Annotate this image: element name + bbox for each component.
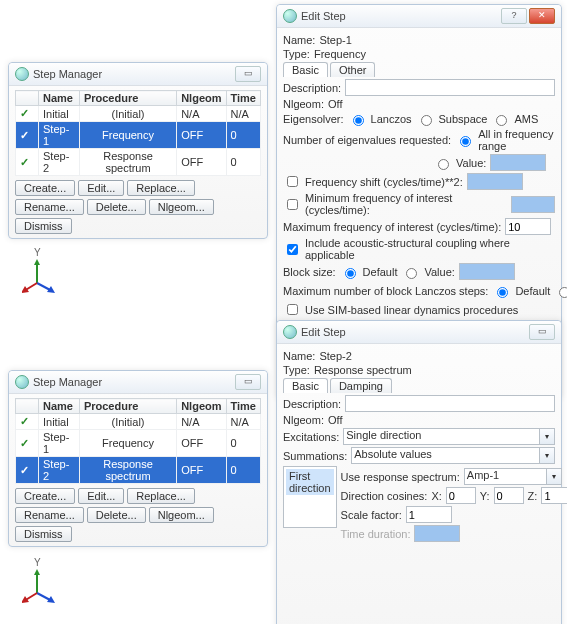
table-row: ✓Initial(Initial)N/AN/A: [16, 414, 261, 430]
titlebar: Step Manager ▭: [9, 63, 267, 86]
excitations-combo[interactable]: Single direction▾: [343, 428, 555, 445]
time-duration-input: [414, 525, 460, 542]
col-nlgeom: Nlgeom: [177, 399, 226, 414]
dir-z-input[interactable]: [541, 487, 567, 504]
step-type: Frequency: [314, 48, 366, 60]
sim-check[interactable]: [287, 304, 298, 315]
create-button[interactable]: Create...: [15, 488, 75, 504]
collapse-button[interactable]: ▭: [235, 374, 261, 390]
table-row: ✓Step-2Response spectrumOFF0: [16, 149, 261, 176]
titlebar: Step Manager ▭: [9, 371, 267, 394]
rename-button[interactable]: Rename...: [15, 507, 84, 523]
eig-lanczos[interactable]: [353, 115, 364, 126]
titlebar: Edit Step ? ✕: [277, 5, 561, 28]
table-row: ✓Step-1FrequencyOFF0: [16, 430, 261, 457]
description-input[interactable]: [345, 79, 555, 96]
maxfreq-input[interactable]: [505, 218, 551, 235]
minfreq-check[interactable]: [287, 199, 298, 210]
nlgeom-value: Off: [328, 98, 342, 110]
rename-button[interactable]: Rename...: [15, 199, 84, 215]
app-icon: [283, 9, 297, 23]
edit-button[interactable]: Edit...: [78, 488, 124, 504]
summations-combo[interactable]: Absolute values▾: [351, 447, 555, 464]
list-item: [286, 495, 334, 509]
tab-basic[interactable]: Basic: [283, 62, 328, 77]
nlgeom-button[interactable]: Nlgeom...: [149, 199, 214, 215]
block-input[interactable]: [459, 263, 515, 280]
nlgeom-value: Off: [328, 414, 342, 426]
freqshift-check[interactable]: [287, 176, 298, 187]
svg-marker-1: [34, 259, 40, 265]
edit-step-dialog-2: Edit Step ▭ Name: Step-2 Type: Response …: [276, 320, 562, 624]
app-icon: [15, 375, 29, 389]
col-time: Time: [226, 399, 261, 414]
title: Step Manager: [33, 68, 102, 80]
replace-button[interactable]: Replace...: [127, 180, 195, 196]
col-procedure: Procedure: [79, 399, 176, 414]
response-spectrum-combo[interactable]: Amp-1▾: [464, 468, 562, 485]
col-procedure: Procedure: [79, 91, 176, 106]
tab-other[interactable]: Other: [330, 62, 376, 77]
title: Step Manager: [33, 376, 102, 388]
edit-button[interactable]: Edit...: [78, 180, 124, 196]
table-row: ✓Step-2Response spectrumOFF0: [16, 457, 261, 484]
step-name: Step-2: [319, 350, 351, 362]
eig-subspace[interactable]: [421, 115, 432, 126]
title: Edit Step: [301, 326, 346, 338]
titlebar: Edit Step ▭: [277, 321, 561, 344]
delete-button[interactable]: Delete...: [87, 199, 146, 215]
svg-marker-7: [34, 569, 40, 575]
axis-triad: Y: [22, 255, 62, 295]
close-button[interactable]: ✕: [529, 8, 555, 24]
collapse-button[interactable]: ▭: [235, 66, 261, 82]
step-name: Step-1: [319, 34, 351, 46]
tab-damping[interactable]: Damping: [330, 378, 392, 393]
tab-basic[interactable]: Basic: [283, 378, 328, 393]
acoustic-check[interactable]: [287, 244, 298, 255]
help-button[interactable]: ?: [501, 8, 527, 24]
direction-list[interactable]: First direction: [283, 466, 337, 528]
numeig-all[interactable]: [460, 136, 471, 147]
step-manager-dialog-1: Step Manager ▭ Name Procedure Nlgeom Tim…: [8, 62, 268, 239]
dir-y-input[interactable]: [494, 487, 524, 504]
col-name: Name: [39, 399, 80, 414]
col-nlgeom: Nlgeom: [177, 91, 226, 106]
description-input[interactable]: [345, 395, 555, 412]
nlgeom-button[interactable]: Nlgeom...: [149, 507, 214, 523]
collapse-button[interactable]: ▭: [529, 324, 555, 340]
eig-ams[interactable]: [496, 115, 507, 126]
dismiss-button[interactable]: Dismiss: [15, 526, 72, 542]
maxblock-value[interactable]: [559, 287, 567, 298]
step-table[interactable]: Name Procedure Nlgeom Time ✓Initial(Init…: [15, 398, 261, 484]
scale-input[interactable]: [406, 506, 452, 523]
list-item: [286, 509, 334, 523]
table-row: ✓Step-1FrequencyOFF0: [16, 122, 261, 149]
block-default[interactable]: [345, 268, 356, 279]
title: Edit Step: [301, 10, 346, 22]
block-value[interactable]: [406, 268, 417, 279]
app-icon: [15, 67, 29, 81]
dismiss-button[interactable]: Dismiss: [15, 218, 72, 234]
maxblock-default[interactable]: [497, 287, 508, 298]
create-button[interactable]: Create...: [15, 180, 75, 196]
numeig-value[interactable]: [438, 159, 449, 170]
minfreq-input[interactable]: [511, 196, 555, 213]
delete-button[interactable]: Delete...: [87, 507, 146, 523]
table-row: ✓Initial(Initial)N/AN/A: [16, 106, 261, 122]
app-icon: [283, 325, 297, 339]
replace-button[interactable]: Replace...: [127, 488, 195, 504]
col-time: Time: [226, 91, 261, 106]
freqshift-input[interactable]: [467, 173, 523, 190]
step-table[interactable]: Name Procedure Nlgeom Time ✓Initial(Init…: [15, 90, 261, 176]
axis-triad: Y: [22, 565, 62, 605]
numeig-input[interactable]: [490, 154, 546, 171]
step-manager-dialog-2: Step Manager ▭ Name Procedure Nlgeom Tim…: [8, 370, 268, 547]
col-name: Name: [39, 91, 80, 106]
list-item[interactable]: First direction: [286, 469, 334, 495]
step-type: Response spectrum: [314, 364, 412, 376]
dir-x-input[interactable]: [446, 487, 476, 504]
